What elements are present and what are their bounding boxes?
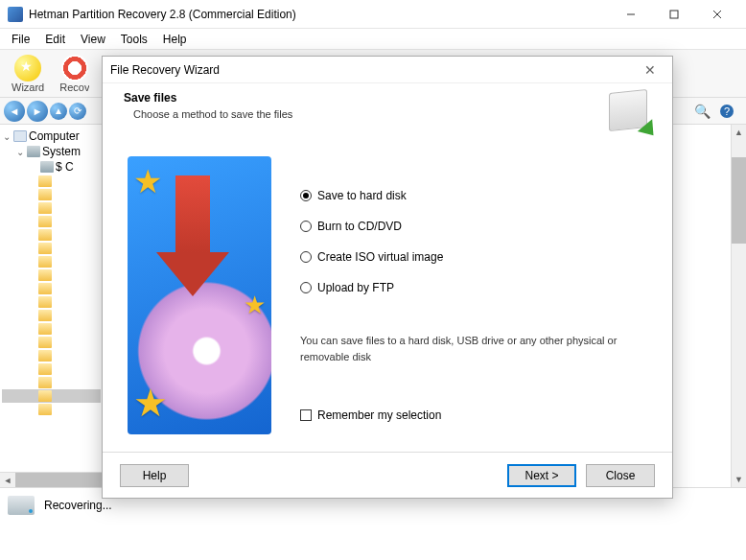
option-create-iso[interactable]: Create ISO virtual image [300,250,653,264]
radio-icon [300,190,312,201]
help-icon[interactable]: ? [719,104,734,119]
tree-node-folder[interactable] [2,295,101,309]
tree-node-folder[interactable] [2,228,101,242]
button-label: Help [143,469,167,482]
option-burn-cd-dvd[interactable]: Burn to CD/DVD [300,220,653,233]
folder-icon [38,175,52,187]
tree-node-folder[interactable] [2,268,101,282]
search-icon[interactable]: 🔍 [694,104,710,119]
minimize-button[interactable] [609,0,652,28]
toolbar-recover-button[interactable]: Recov [52,53,97,95]
lifebuoy-icon [61,55,88,82]
menu-file[interactable]: File [4,31,37,48]
next-button[interactable]: Next > [507,464,576,487]
folder-icon [38,377,52,388]
tree-node-folder[interactable] [2,175,101,188]
close-button[interactable]: Close [586,464,655,487]
tree-node-folder[interactable] [2,215,101,228]
remember-label: Remember my selection [317,408,441,422]
scroll-track[interactable] [15,473,104,487]
folder-icon [38,229,52,241]
option-save-hard-disk[interactable]: Save to hard disk [300,189,653,202]
computer-icon [13,130,27,142]
tree-node-drive-c[interactable]: $ C [2,159,101,175]
scroll-thumb[interactable] [732,157,746,244]
menu-help[interactable]: Help [155,31,195,48]
app-icon [8,7,23,22]
tree-node-system[interactable]: ⌄ System [2,144,101,159]
file-recovery-wizard-dialog: File Recovery Wizard ✕ Save files Choose… [102,56,673,499]
download-arrow-icon [175,175,229,296]
star-icon: ★ [244,291,266,320]
folder-icon [38,350,52,362]
maximize-button[interactable] [652,0,695,28]
tree-node-folder[interactable] [2,255,101,268]
wizard-titlebar: File Recovery Wizard ✕ [103,57,672,83]
vertical-scrollbar[interactable]: ▲ ▼ [731,125,746,487]
tree-node-computer[interactable]: ⌄ Computer [2,128,101,144]
wizard-footer: Help Next > Close [103,452,672,498]
wizard-heading: Save files [124,91,609,105]
titlebar: Hetman Partition Recovery 2.8 (Commercia… [0,0,746,29]
toolbar-wizard-label: Wizard [12,82,44,93]
wizard-title-text: File Recovery Wizard [110,63,636,77]
tree-node-folder[interactable] [2,242,101,255]
menu-view[interactable]: View [73,31,113,48]
nav-refresh-button[interactable]: ⟳ [69,103,86,120]
tree-node-folder[interactable] [2,188,101,201]
folder-icon [38,202,52,214]
nav-back-button[interactable]: ◄ [4,101,25,122]
tree-node-folder-selected[interactable] [2,389,101,403]
wizard-close-button[interactable]: ✕ [636,62,664,78]
radio-icon [300,221,312,232]
tree-label: System [42,145,81,158]
tree-node-folder[interactable] [2,376,101,389]
chevron-down-icon[interactable]: ⌄ [2,131,12,142]
tree-node-folder[interactable] [2,336,101,349]
checkbox-icon [300,409,312,421]
drive-icon [27,146,40,157]
drive-icon [8,496,35,515]
nav-up-button[interactable]: ▲ [50,103,67,120]
folder-icon [38,296,52,308]
help-button[interactable]: Help [120,464,189,487]
option-upload-ftp[interactable]: Upload by FTP [300,281,653,294]
chevron-down-icon[interactable]: ⌄ [15,147,25,157]
remember-selection-checkbox[interactable]: Remember my selection [300,408,653,422]
option-label: Upload by FTP [317,281,394,294]
radio-icon [300,282,312,293]
folder-icon [38,390,52,402]
toolbar-wizard-button[interactable]: Wizard [4,53,52,95]
tree-node-folder[interactable] [2,201,101,215]
tree-node-folder[interactable] [2,362,101,376]
scroll-up-arrow[interactable]: ▲ [732,125,746,140]
scroll-down-arrow[interactable]: ▼ [732,472,746,487]
wand-icon [14,55,41,82]
folder-icon [38,189,52,200]
nav-forward-button[interactable]: ► [27,101,48,122]
tree-node-folder[interactable] [2,282,101,295]
menu-edit[interactable]: Edit [37,31,73,48]
folder-icon [38,310,52,321]
folder-icon [38,256,52,268]
tree-node-folder[interactable] [2,309,101,322]
tree-node-folder[interactable] [2,403,101,416]
close-button[interactable] [695,0,738,28]
folder-tree: ⌄ Computer ⌄ System $ C [0,125,104,487]
tree-node-folder[interactable] [2,349,101,362]
menubar: File Edit View Tools Help [0,29,746,50]
menu-tools[interactable]: Tools [113,31,155,48]
wizard-hint-text: You can save files to a hard disk, USB d… [300,333,626,364]
svg-text:?: ? [724,105,730,117]
scroll-thumb[interactable] [15,473,104,487]
star-icon: ★ [133,162,162,200]
scroll-left-arrow[interactable]: ◄ [0,473,15,487]
svg-rect-1 [670,11,678,18]
option-label: Create ISO virtual image [317,250,443,264]
folder-icon [38,363,52,375]
tree-node-folder[interactable] [2,322,101,336]
window-title: Hetman Partition Recovery 2.8 (Commercia… [29,8,609,21]
folder-icon [38,269,52,281]
tree-horizontal-scrollbar[interactable]: ◄ ► [0,472,104,487]
status-text: Recovering... [44,499,112,512]
